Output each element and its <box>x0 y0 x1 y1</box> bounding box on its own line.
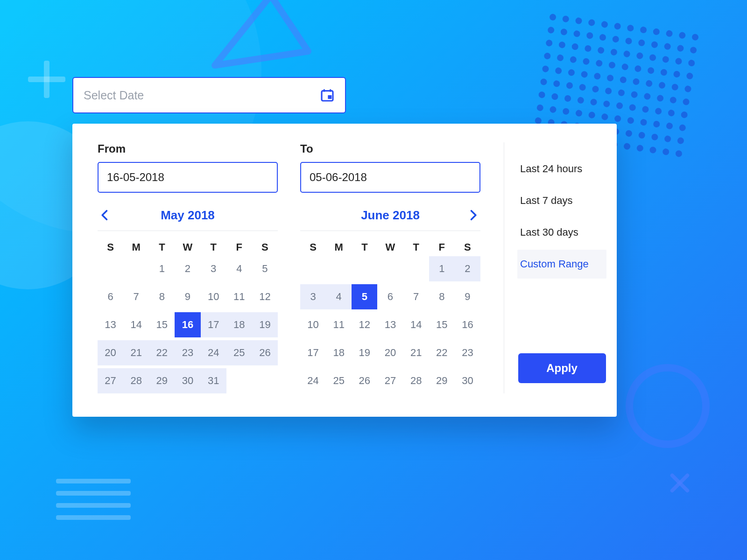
calendar-day[interactable]: 21 <box>403 340 429 365</box>
calendar-day[interactable]: 16 <box>175 312 200 337</box>
calendar-day[interactable]: 11 <box>326 312 352 337</box>
calendar-day[interactable]: 24 <box>201 340 226 365</box>
calendar-day[interactable]: 24 <box>300 368 326 393</box>
calendar-day[interactable]: 8 <box>149 284 175 309</box>
next-month-button[interactable] <box>466 209 479 222</box>
calendar-day[interactable]: 26 <box>252 340 278 365</box>
grid-left: 1234567891011121314151617181920212223242… <box>98 256 278 393</box>
calendar-day[interactable]: 26 <box>352 368 377 393</box>
calendar-day[interactable]: 7 <box>403 284 429 309</box>
calendar-day[interactable]: 12 <box>252 284 278 309</box>
calendar-day[interactable]: 12 <box>352 312 377 337</box>
calendar-day-empty <box>300 256 326 281</box>
calendar-day[interactable]: 3 <box>300 284 326 309</box>
dow-cell: W <box>377 241 403 253</box>
preset-option[interactable]: Last 24 hours <box>517 154 606 183</box>
calendar-day[interactable]: 2 <box>175 256 200 281</box>
dow-cell: T <box>352 241 377 253</box>
calendar-day[interactable]: 6 <box>98 284 123 309</box>
calendar-day[interactable]: 22 <box>429 340 455 365</box>
calendar-day[interactable]: 21 <box>123 340 149 365</box>
calendar-day[interactable]: 13 <box>377 312 403 337</box>
preset-option[interactable]: Last 7 days <box>517 186 606 215</box>
calendar-day[interactable]: 4 <box>326 284 352 309</box>
calendar-day[interactable]: 8 <box>429 284 455 309</box>
calendar-day[interactable]: 20 <box>377 340 403 365</box>
calendar-day-empty <box>226 368 252 393</box>
calendar-day-empty <box>252 368 278 393</box>
calendar-day[interactable]: 20 <box>98 340 123 365</box>
calendar-day[interactable]: 25 <box>326 368 352 393</box>
calendar-day[interactable]: 29 <box>429 368 455 393</box>
calendar-day[interactable]: 29 <box>149 368 175 393</box>
calendar-day-empty <box>352 256 377 281</box>
calendar-day[interactable]: 15 <box>149 312 175 337</box>
calendar-day-empty <box>326 256 352 281</box>
calendar-day[interactable]: 30 <box>175 368 200 393</box>
calendar-day[interactable]: 2 <box>455 256 480 281</box>
calendar-day-empty <box>98 256 123 281</box>
to-input[interactable]: 05-06-2018 <box>300 162 480 193</box>
calendar-day[interactable]: 27 <box>98 368 123 393</box>
calendar-day[interactable]: 23 <box>175 340 200 365</box>
calendar-icon <box>320 87 335 103</box>
prev-month-button[interactable] <box>99 209 112 222</box>
calendar-day[interactable]: 19 <box>252 312 278 337</box>
to-month-title: June 2018 <box>361 208 420 223</box>
dow-cell: S <box>98 241 123 253</box>
date-select-field[interactable]: Select Date <box>72 77 346 113</box>
calendar-day[interactable]: 17 <box>300 340 326 365</box>
calendar-day[interactable]: 1 <box>429 256 455 281</box>
calendar-day[interactable]: 1 <box>149 256 175 281</box>
from-input-value: 16-05-2018 <box>107 171 164 184</box>
dow-row-right: SMTWTFS <box>300 241 480 253</box>
calendar-to: To 05-06-2018 June 2018 SMTWTFS 12345678… <box>300 142 480 393</box>
calendar-day[interactable]: 6 <box>377 284 403 309</box>
calendar-day[interactable]: 11 <box>226 284 252 309</box>
calendar-day[interactable]: 18 <box>326 340 352 365</box>
preset-option[interactable]: Last 30 days <box>517 218 606 247</box>
calendar-day[interactable]: 27 <box>377 368 403 393</box>
calendar-day[interactable]: 25 <box>226 340 252 365</box>
calendar-day[interactable]: 30 <box>455 368 480 393</box>
calendar-day[interactable]: 14 <box>403 312 429 337</box>
calendar-day[interactable]: 31 <box>201 368 226 393</box>
calendar-from: From 16-05-2018 May 2018 SMTWTFS 1234567… <box>98 142 278 393</box>
calendar-day[interactable]: 4 <box>226 256 252 281</box>
calendar-day-empty <box>123 256 149 281</box>
calendar-day[interactable]: 9 <box>455 284 480 309</box>
calendar-day[interactable]: 28 <box>123 368 149 393</box>
calendar-day[interactable]: 28 <box>403 368 429 393</box>
dow-cell: W <box>175 241 200 253</box>
grid-right: 1234567891011121314151617181920212223242… <box>300 256 480 393</box>
calendar-day[interactable]: 13 <box>98 312 123 337</box>
calendar-day[interactable]: 22 <box>149 340 175 365</box>
calendar-day[interactable]: 9 <box>175 284 200 309</box>
to-label: To <box>300 142 480 155</box>
dow-cell: T <box>201 241 226 253</box>
calendar-day[interactable]: 5 <box>352 284 377 309</box>
calendar-day[interactable]: 18 <box>226 312 252 337</box>
calendar-day[interactable]: 23 <box>455 340 480 365</box>
date-range-panel: From 16-05-2018 May 2018 SMTWTFS 1234567… <box>72 124 617 417</box>
calendar-day[interactable]: 14 <box>123 312 149 337</box>
preset-option[interactable]: Custom Range <box>517 250 606 279</box>
calendar-day[interactable]: 19 <box>352 340 377 365</box>
dow-cell: M <box>326 241 352 253</box>
from-input[interactable]: 16-05-2018 <box>98 162 278 193</box>
calendar-day[interactable]: 16 <box>455 312 480 337</box>
bg-x-icon <box>668 471 691 495</box>
calendar-day[interactable]: 15 <box>429 312 455 337</box>
from-month-title: May 2018 <box>161 208 215 223</box>
svg-rect-2 <box>328 95 331 99</box>
from-label: From <box>98 142 278 155</box>
calendar-day[interactable]: 10 <box>300 312 326 337</box>
calendar-day[interactable]: 10 <box>201 284 226 309</box>
apply-button[interactable]: Apply <box>518 353 606 383</box>
dow-cell: T <box>403 241 429 253</box>
calendar-day[interactable]: 7 <box>123 284 149 309</box>
calendar-day[interactable]: 5 <box>252 256 278 281</box>
preset-sidebar: Last 24 hoursLast 7 daysLast 30 daysCust… <box>504 142 617 393</box>
calendar-day[interactable]: 17 <box>201 312 226 337</box>
calendar-day[interactable]: 3 <box>201 256 226 281</box>
